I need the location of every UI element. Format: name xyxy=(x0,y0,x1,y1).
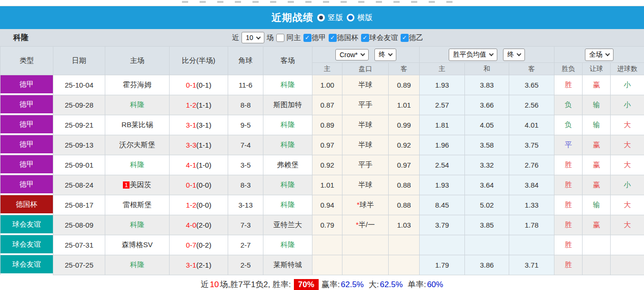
avg-odds-lose xyxy=(509,235,554,255)
home-team[interactable]: 科隆 xyxy=(105,215,170,235)
result-goals: 大 xyxy=(611,195,644,215)
team-name: 科隆 xyxy=(13,33,29,43)
result-handicap: 输 xyxy=(583,195,611,215)
result-goals xyxy=(611,255,644,275)
avg-time-select[interactable]: 终 xyxy=(503,49,525,61)
avg-odds-win: 2.57 xyxy=(420,95,465,115)
result-goals xyxy=(611,235,644,255)
col-header-home: 主场 xyxy=(105,47,170,75)
handicap-odds-home xyxy=(312,255,342,275)
radio-horizontal-label[interactable]: 横版 xyxy=(357,13,372,23)
away-team[interactable]: 科隆 xyxy=(263,135,312,155)
over-rate-value: 62.5% xyxy=(380,280,402,290)
chevron-down-icon xyxy=(388,51,393,56)
result-wdl: 平 xyxy=(554,135,583,155)
summary-count: 10 xyxy=(210,280,219,290)
away-team[interactable]: 科隆 xyxy=(263,235,312,255)
col-header-type: 类型 xyxy=(0,47,53,75)
table-row: 球会友谊 25-08-09 科隆 4-0(2-0) 7-3 亚特兰大 0.79 … xyxy=(0,215,644,235)
layout-radio-vertical[interactable]: 竖版 xyxy=(317,13,343,23)
league-filter-bundesliga[interactable]: ✓ 德甲 xyxy=(303,33,326,42)
avg-odds-draw xyxy=(465,235,509,255)
league-filter-friendly[interactable]: ✓ 球会友谊 xyxy=(361,33,398,42)
same-home-checkbox[interactable] xyxy=(276,34,284,42)
score: 3-1(3-1) xyxy=(170,115,228,135)
match-date: 25-08-09 xyxy=(53,215,105,235)
avg-odds-lose: 3.75 xyxy=(509,135,554,155)
match-count-select[interactable]: 10 xyxy=(242,32,264,43)
avg-odds-lose: 2.76 xyxy=(509,155,554,175)
sub-header-home-odds: 主 xyxy=(312,63,342,75)
league-badge: 德甲 xyxy=(0,115,53,135)
result-wdl: 负 xyxy=(554,115,583,135)
home-team[interactable]: 科隆 xyxy=(105,255,170,275)
result-wdl: 胜 xyxy=(554,195,583,215)
away-team[interactable]: 斯图加特 xyxy=(263,95,312,115)
away-team[interactable]: 弗赖堡 xyxy=(263,155,312,175)
away-team[interactable]: 科隆 xyxy=(263,195,312,215)
result-handicap xyxy=(583,235,611,255)
scope-select[interactable]: 全场 xyxy=(585,49,614,61)
result-goals: 大 xyxy=(611,155,644,175)
away-team[interactable]: 科隆 xyxy=(263,115,312,135)
score: 0-1(0-0) xyxy=(170,175,228,195)
handicap-odds-home: 1.01 xyxy=(312,175,342,195)
radio-selected-icon[interactable] xyxy=(317,14,325,21)
home-team[interactable]: 森博格SV xyxy=(105,235,170,255)
checked-checkbox-icon[interactable]: ✓ xyxy=(329,34,337,42)
sub-header-avg-draw: 和 xyxy=(465,63,509,75)
corners: 7-3 xyxy=(228,215,263,235)
checked-checkbox-icon[interactable]: ✓ xyxy=(361,34,369,42)
result-handicap xyxy=(583,255,611,275)
avg-odds-win: 1.93 xyxy=(420,175,465,195)
table-row: 德甲 25-09-01 科隆 4-1(1-0) 3-5 弗赖堡 0.92 平手 … xyxy=(0,155,644,175)
sub-header-away-odds: 客 xyxy=(389,63,420,75)
result-goals: 小 xyxy=(611,75,644,95)
checked-checkbox-icon[interactable]: ✓ xyxy=(303,34,312,42)
home-team[interactable]: RB莱比锡 xyxy=(105,115,170,135)
odds-company-select[interactable]: Crow* xyxy=(335,49,369,60)
single-rate-label: 单率: xyxy=(408,279,426,290)
sub-header-handicap: 盘口 xyxy=(342,63,389,75)
handicap-odds-away: 1.03 xyxy=(389,215,420,235)
away-team[interactable]: 科隆 xyxy=(263,175,312,195)
layout-radio-horizontal[interactable]: 横版 xyxy=(347,13,372,23)
home-team[interactable]: 霍芬海姆 xyxy=(105,75,170,95)
result-handicap: 赢 xyxy=(583,75,611,95)
avg-odds-lose: 2.56 xyxy=(509,95,554,115)
score: 0-7(0-2) xyxy=(170,235,228,255)
col-header-score: 比分(半场) xyxy=(170,47,228,75)
avg-metric-select[interactable]: 胜平负均值 xyxy=(449,49,497,61)
match-date: 25-09-13 xyxy=(53,135,105,155)
league-filter-bundesliga2[interactable]: ✓ 德乙 xyxy=(401,33,423,42)
avg-odds-draw: 4.05 xyxy=(465,115,509,135)
home-team[interactable]: 1美因茨 xyxy=(105,175,170,195)
home-team[interactable]: 科隆 xyxy=(105,155,170,175)
avg-odds-header: 胜平负均值 终 xyxy=(420,47,554,63)
near-label: 近 xyxy=(232,33,239,42)
summary-text: 近 xyxy=(201,279,209,290)
avg-odds-win xyxy=(420,235,465,255)
avg-odds-lose: 3.65 xyxy=(509,75,554,95)
result-handicap: 输 xyxy=(583,95,611,115)
match-date: 25-09-01 xyxy=(53,155,105,175)
win-rate-badge: 70% xyxy=(294,279,319,290)
handicap-line: *半/一 xyxy=(342,215,389,235)
league-filter-dfb-pokal[interactable]: ✓ 德国杯 xyxy=(329,33,359,42)
radio-unselected-icon[interactable] xyxy=(347,14,354,21)
checked-checkbox-icon[interactable]: ✓ xyxy=(401,34,409,42)
away-team[interactable]: 莱斯特城 xyxy=(263,255,312,275)
avg-odds-draw: 3.58 xyxy=(465,135,509,155)
handicap-odds-away xyxy=(389,255,420,275)
home-team[interactable]: 科隆 xyxy=(105,95,170,115)
odds-time-select[interactable]: 终 xyxy=(374,49,396,61)
away-team[interactable]: 亚特兰大 xyxy=(263,215,312,235)
radio-vertical-label[interactable]: 竖版 xyxy=(328,13,343,23)
home-team[interactable]: 沃尔夫斯堡 xyxy=(105,135,170,155)
avg-odds-draw: 3.64 xyxy=(465,175,509,195)
league-badge: 德甲 xyxy=(0,75,53,95)
table-row: 德甲 25-09-13 沃尔夫斯堡 3-3(1-1) 7-4 科隆 0.97 半… xyxy=(0,135,644,155)
away-team[interactable]: 科隆 xyxy=(263,75,312,95)
home-team[interactable]: 雷根斯堡 xyxy=(105,195,170,215)
handicap-line: 半球 xyxy=(342,135,389,155)
